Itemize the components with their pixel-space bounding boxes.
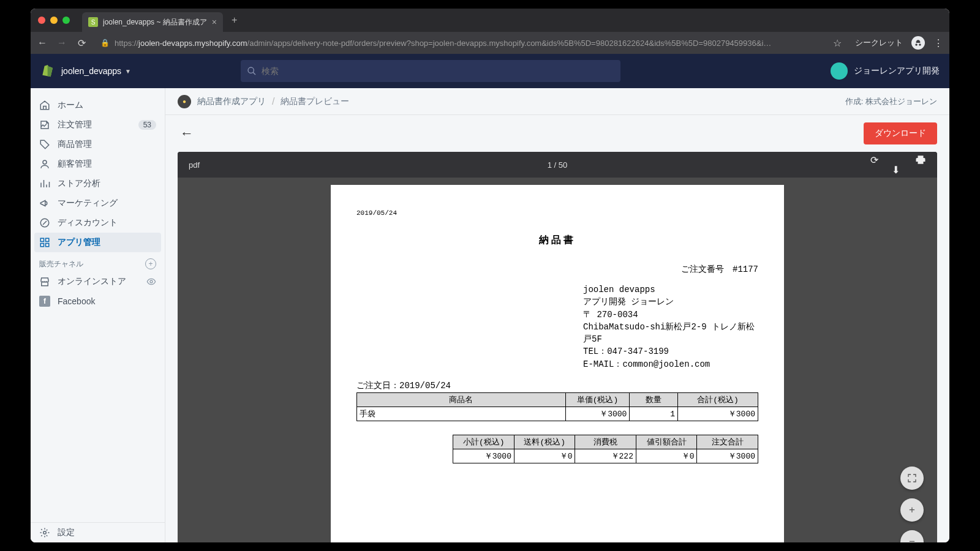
svg-point-9 bbox=[43, 531, 47, 534]
sidebar-section-channels: 販売チャネル + bbox=[31, 252, 165, 272]
sidebar-item-label: ホーム bbox=[58, 100, 83, 111]
zoom-in-button[interactable]: + bbox=[900, 498, 924, 522]
sidebar-item-label: 商品管理 bbox=[58, 139, 92, 150]
sidebar-item-label: 設定 bbox=[58, 527, 75, 538]
forward-icon[interactable]: → bbox=[56, 37, 67, 48]
main-content: ● 納品書作成アプリ / 納品書プレビュー 作成: 株式会社ジョーレン ← ダウ… bbox=[165, 88, 949, 542]
pdf-zoom-controls: + − bbox=[900, 467, 924, 539]
sidebar-item-label: マーケティング bbox=[58, 198, 118, 209]
pdf-page-counter: 1 / 50 bbox=[548, 160, 568, 170]
doc-items-table: 商品名 単価(税込) 数量 合計(税込) 手袋 ￥3000 1 ￥3000 bbox=[356, 392, 758, 421]
lock-icon: 🔒 bbox=[100, 39, 110, 47]
search-input[interactable] bbox=[262, 66, 614, 76]
doc-order-date: ご注文日：2019/05/24 bbox=[356, 380, 758, 391]
svg-line-1 bbox=[253, 72, 255, 75]
doc-order-number: ご注文番号#1177 bbox=[356, 264, 758, 275]
sidebar-item-discounts[interactable]: ディスカウント bbox=[31, 213, 165, 233]
breadcrumb-current: 納品書プレビュー bbox=[281, 96, 349, 107]
shopify-favicon-icon: S bbox=[88, 17, 98, 27]
shopify-top-bar: joolen_devapps ▼ ジョーレンアプリ開発 bbox=[31, 54, 949, 88]
bookmark-star-icon[interactable]: ☆ bbox=[833, 37, 842, 49]
sidebar: ホーム 注文管理 53 商品管理 顧客管理 ストア分析 マーケティング bbox=[31, 88, 165, 542]
app-breadcrumb-bar: ● 納品書作成アプリ / 納品書プレビュー 作成: 株式会社ジョーレン bbox=[165, 88, 949, 115]
back-icon[interactable]: ← bbox=[37, 37, 48, 48]
th-sum: 合計(税込) bbox=[677, 393, 758, 407]
orders-badge: 53 bbox=[138, 120, 156, 130]
person-icon bbox=[39, 159, 50, 170]
svg-point-8 bbox=[150, 280, 153, 283]
discount-icon bbox=[39, 217, 50, 228]
incognito-icon[interactable] bbox=[911, 36, 925, 50]
browser-tab-bar: S joolen_devapps ~ 納品書作成ア × + bbox=[31, 9, 949, 32]
store-switcher[interactable]: joolen_devapps ▼ bbox=[61, 66, 131, 76]
svg-rect-5 bbox=[46, 238, 49, 241]
doc-summary-table: 小計(税込) 送料(税込) 消費税 値引額合計 注文合計 ￥3000 ￥0 ￥2… bbox=[453, 435, 758, 463]
tab-title: joolen_devapps ~ 納品書作成ア bbox=[103, 17, 207, 28]
add-channel-button[interactable]: + bbox=[145, 258, 156, 269]
pdf-page: 2019/05/24 納品書 ご注文番号#1177 joolen devapps… bbox=[331, 185, 784, 542]
pdf-viewer: pdf 1 / 50 ⟳ ⬇ 2019/05/24 納品書 ご注文番号#1177 bbox=[178, 152, 937, 542]
sidebar-item-products[interactable]: 商品管理 bbox=[31, 135, 165, 154]
pdf-toolbar: pdf 1 / 50 ⟳ ⬇ bbox=[178, 152, 937, 178]
chevron-down-icon: ▼ bbox=[125, 68, 131, 75]
sidebar-channel-online-store[interactable]: オンラインストア bbox=[31, 272, 165, 291]
close-tab-button[interactable]: × bbox=[212, 17, 217, 27]
print-icon[interactable] bbox=[915, 154, 926, 176]
pdf-toolbar-actions: ⟳ ⬇ bbox=[870, 154, 926, 176]
zoom-out-button[interactable]: − bbox=[900, 530, 924, 542]
url-field[interactable]: 🔒 https://joolen-devapps.myshopify.com/a… bbox=[96, 37, 846, 49]
sidebar-item-settings[interactable]: 設定 bbox=[31, 523, 165, 542]
reload-icon[interactable]: ⟳ bbox=[76, 37, 87, 49]
section-label: 販売チャネル bbox=[39, 259, 83, 269]
browser-address-bar: ← → ⟳ 🔒 https://joolen-devapps.myshopify… bbox=[31, 32, 949, 54]
doc-date: 2019/05/24 bbox=[356, 209, 758, 217]
close-window-button[interactable] bbox=[38, 17, 45, 24]
sidebar-channel-facebook[interactable]: f Facebook bbox=[31, 291, 165, 311]
sidebar-item-analytics[interactable]: ストア分析 bbox=[31, 174, 165, 193]
action-bar: ← ダウンロード bbox=[165, 115, 949, 152]
pdf-filename: pdf bbox=[189, 160, 200, 170]
pdf-scroll-area[interactable]: 2019/05/24 納品書 ご注文番号#1177 joolen devapps… bbox=[178, 178, 937, 542]
app-name-link[interactable]: 納品書作成アプリ bbox=[197, 96, 266, 107]
window-controls bbox=[38, 17, 70, 24]
svg-point-0 bbox=[248, 67, 254, 73]
th-unit-price: 単価(税込) bbox=[565, 393, 630, 407]
browser-tab[interactable]: S joolen_devapps ~ 納品書作成ア × bbox=[82, 12, 223, 32]
download-icon[interactable]: ⬇ bbox=[892, 154, 902, 176]
download-button[interactable]: ダウンロード bbox=[864, 122, 937, 144]
fullscreen-window-button[interactable] bbox=[62, 17, 70, 24]
browser-menu-icon[interactable]: ⋮ bbox=[933, 37, 943, 49]
doc-title: 納品書 bbox=[356, 234, 758, 247]
sidebar-item-label: ストア分析 bbox=[58, 178, 100, 189]
svg-rect-4 bbox=[40, 238, 43, 241]
search-box[interactable] bbox=[241, 60, 620, 82]
store-name: joolen_devapps bbox=[61, 66, 121, 76]
user-menu[interactable]: ジョーレンアプリ開発 bbox=[831, 62, 940, 80]
orders-icon bbox=[39, 119, 50, 130]
sidebar-item-customers[interactable]: 顧客管理 bbox=[31, 154, 165, 174]
fit-page-button[interactable] bbox=[900, 467, 924, 490]
sidebar-item-home[interactable]: ホーム bbox=[31, 96, 165, 115]
analytics-icon bbox=[39, 178, 50, 189]
avatar bbox=[831, 62, 848, 80]
svg-point-2 bbox=[43, 160, 47, 164]
th-name: 商品名 bbox=[357, 393, 566, 407]
sidebar-item-label: ディスカウント bbox=[58, 217, 118, 228]
doc-company-block: joolen devapps アプリ開発 ジョーレン 〒 270-0034 Ch… bbox=[583, 283, 758, 370]
eye-icon[interactable] bbox=[146, 277, 156, 287]
crumb-separator: / bbox=[272, 96, 274, 107]
sidebar-item-apps[interactable]: アプリ管理 bbox=[34, 233, 161, 252]
app-icon: ● bbox=[178, 95, 191, 108]
tag-icon bbox=[39, 139, 50, 150]
rotate-icon[interactable]: ⟳ bbox=[870, 154, 878, 176]
back-button[interactable]: ← bbox=[178, 124, 196, 143]
minimize-window-button[interactable] bbox=[50, 17, 58, 24]
user-name: ジョーレンアプリ開発 bbox=[854, 66, 940, 77]
sidebar-item-marketing[interactable]: マーケティング bbox=[31, 193, 165, 213]
home-icon bbox=[39, 100, 50, 111]
sidebar-item-orders[interactable]: 注文管理 53 bbox=[31, 115, 165, 135]
sidebar-item-label: 顧客管理 bbox=[58, 159, 92, 170]
sidebar-item-label: アプリ管理 bbox=[58, 237, 100, 248]
th-qty: 数量 bbox=[630, 393, 678, 407]
new-tab-button[interactable]: + bbox=[232, 15, 237, 26]
